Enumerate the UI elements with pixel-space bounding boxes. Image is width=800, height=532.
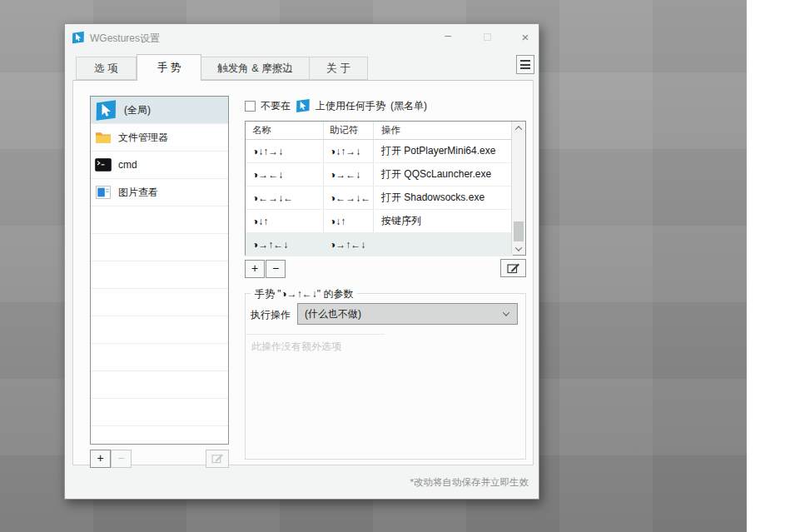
column-action: 操作 xyxy=(373,124,400,137)
terminal-icon xyxy=(95,158,112,172)
wgestures-cursor-icon xyxy=(296,98,311,113)
folder-icon xyxy=(95,131,112,144)
no-options-hint: 此操作没有额外选项 xyxy=(251,340,341,354)
list-item-global[interactable]: (全局) xyxy=(91,97,228,124)
menu-button[interactable] xyxy=(516,55,534,74)
image-viewer-icon xyxy=(95,186,112,199)
app-edit-button[interactable] xyxy=(206,450,229,468)
table-header: 名称 助记符 操作 xyxy=(246,122,513,140)
blacklist-label-prefix: 不要在 xyxy=(261,99,291,113)
list-item-image-viewer[interactable]: 图片查看 xyxy=(91,179,228,206)
desktop-background: WGestures设置 – × 选 项 手 势 触发角 & 摩擦边 关 于 xyxy=(0,0,800,532)
table-scrollbar[interactable] xyxy=(511,122,525,255)
list-item-label: cmd xyxy=(118,159,137,171)
chevron-down-icon xyxy=(503,309,509,316)
wgestures-logo-icon xyxy=(72,31,85,44)
wgestures-settings-window: WGestures设置 – × 选 项 手 势 触发角 & 摩擦边 关 于 xyxy=(64,23,539,500)
gesture-edit-button[interactable] xyxy=(500,259,526,277)
tab-bar: 选 项 手 势 触发角 & 摩擦边 关 于 xyxy=(76,53,368,80)
edit-icon xyxy=(211,453,224,464)
tab-gestures[interactable]: 手 势 xyxy=(137,54,201,81)
scroll-down-icon[interactable] xyxy=(512,242,525,255)
list-empty-row xyxy=(91,206,228,234)
maximize-button[interactable] xyxy=(478,29,496,46)
list-item-label: (全局) xyxy=(124,103,151,117)
scroll-up-icon[interactable] xyxy=(512,122,525,134)
list-item-cmd[interactable]: cmd xyxy=(91,152,228,179)
list-item-label: 文件管理器 xyxy=(118,131,168,145)
blacklist-row: 不要在 上使用任何手势 (黑名单) xyxy=(245,97,427,114)
gesture-table: 名称 助记符 操作 ◑↓↑→↓ ◑↓↑→↓ 打开 PotPlayerMini64… xyxy=(245,121,526,256)
column-mnemonic: 助记符 xyxy=(323,124,373,137)
app-list: (全局) 文件管理器 cmd xyxy=(90,96,229,445)
blacklist-label-suffix: 上使用任何手势 xyxy=(316,99,385,113)
table-row-selected[interactable]: ◑→↑←↓ ◑→↑←↓ xyxy=(246,233,513,256)
table-row[interactable]: ◑←→↓← ◑←→↓← 打开 Shadowsocks.exe xyxy=(246,186,513,210)
tab-triggers-edges[interactable]: 触发角 & 摩擦边 xyxy=(201,57,310,80)
scrollbar-thumb[interactable] xyxy=(514,221,524,241)
wgestures-cursor-icon xyxy=(95,99,117,122)
titlebar: WGestures设置 – × xyxy=(65,24,539,52)
list-item-file-manager[interactable]: 文件管理器 xyxy=(91,124,228,152)
menu-icon xyxy=(520,60,530,62)
column-name: 名称 xyxy=(246,124,323,137)
list-item-label: 图片查看 xyxy=(118,186,158,200)
table-row[interactable]: ◑↓↑→↓ ◑↓↑→↓ 打开 PotPlayerMini64.exe xyxy=(246,140,513,163)
table-row[interactable]: ◑→←↓ ◑→←↓ 打开 QQScLauncher.exe xyxy=(246,163,513,186)
autosave-note: *改动将自动保存并立即生效 xyxy=(410,476,529,489)
tab-about[interactable]: 关 于 xyxy=(310,57,368,80)
app-remove-button[interactable]: − xyxy=(111,450,132,468)
close-button[interactable]: × xyxy=(516,29,534,46)
action-label: 执行操作 xyxy=(251,308,291,322)
desktop-white-strip xyxy=(747,0,800,532)
minimize-button[interactable]: – xyxy=(439,29,457,46)
gesture-remove-button[interactable]: − xyxy=(266,260,286,278)
app-add-button[interactable]: + xyxy=(90,450,111,468)
blacklist-checkbox[interactable] xyxy=(245,101,256,112)
edit-icon xyxy=(507,262,520,274)
blacklist-label-note: (黑名单) xyxy=(390,99,427,113)
maximize-icon xyxy=(484,33,491,41)
params-legend: 手势 "◑→↑←↓" 的参数 xyxy=(251,287,357,301)
table-row[interactable]: ◑↓↑ ◑↓↑ 按键序列 xyxy=(246,210,513,233)
gestures-tab-page: (全局) 文件管理器 cmd xyxy=(72,80,534,465)
tab-options[interactable]: 选 项 xyxy=(76,57,137,80)
gesture-add-button[interactable]: + xyxy=(245,260,265,278)
action-select-value: (什么也不做) xyxy=(305,307,361,321)
divider xyxy=(245,334,385,335)
window-title: WGestures设置 xyxy=(90,32,160,46)
action-select[interactable]: (什么也不做) xyxy=(297,303,518,325)
